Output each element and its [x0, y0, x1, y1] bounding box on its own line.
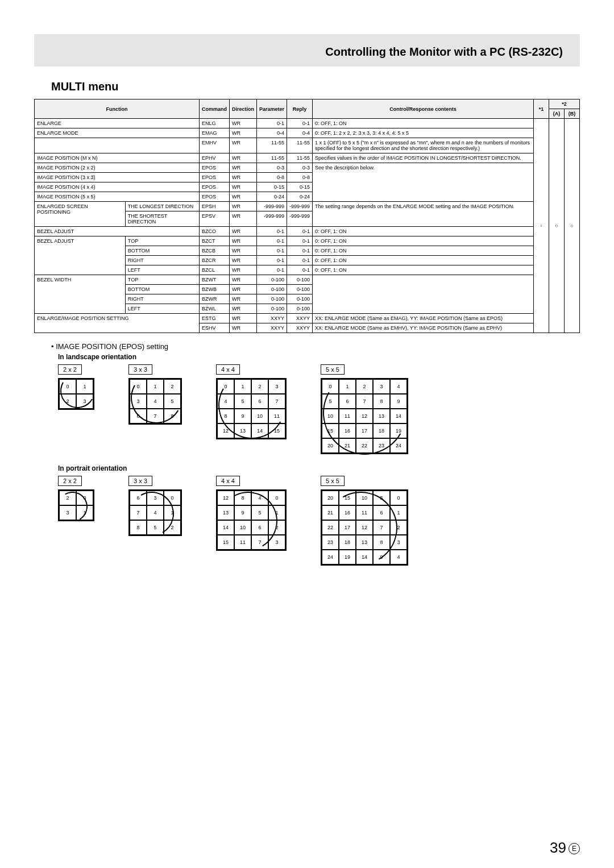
page: Controlling the Monitor with a PC (RS-23… — [0, 0, 614, 599]
multi-menu-table: Function Command Direction Parameter Rep… — [34, 99, 580, 333]
th-reply: Reply — [287, 99, 312, 119]
grid-label: 3 x 3 — [128, 476, 152, 486]
th-b: (B) — [565, 109, 580, 119]
th-parameter: Parameter — [256, 99, 287, 119]
table-row: EMHVWR11-5511-551 x 1 (OFF) to 5 x 5 ("m… — [35, 138, 580, 153]
grid-cell: 4 — [390, 550, 407, 564]
th-command: Command — [199, 99, 229, 119]
page-header: Controlling the Monitor with a PC (RS-23… — [34, 34, 580, 67]
grid-label: 5 x 5 — [321, 364, 345, 375]
table-row: BEZEL ADJUSTBZCOWR0-10-10: OFF, 1: ON — [35, 227, 580, 236]
grid-g4: 4 x 40123456789101112131415 — [216, 364, 287, 439]
th-a: (A) — [549, 109, 565, 119]
landscape-grids: 2 x 201233 x 30123456784 x 4012345678910… — [58, 364, 580, 454]
th-star1: *1 — [534, 99, 549, 119]
th-contents: Control/Response contents — [313, 99, 534, 119]
portrait-heading: In portrait orientation — [58, 464, 580, 472]
grid-g5: 5 x 520151050211611612217127223181383241… — [321, 476, 408, 566]
grid-label: 2 x 2 — [58, 476, 82, 486]
grid-g2: 2 x 20123 — [58, 364, 94, 410]
grid-label: 5 x 5 — [321, 476, 345, 486]
grid-label: 4 x 4 — [216, 476, 240, 486]
table-row: ENLARGE/IMAGE POSITION SETTINGESTGWRXXYY… — [35, 314, 580, 323]
table-row: ENLARGED SCREEN POSITIONINGTHE LONGEST D… — [35, 202, 580, 211]
grid-g2: 2 x 22031 — [58, 476, 94, 521]
table-row: ENLARGE MODEEMAGWR0-40-40: OFF, 1: 2 x 2… — [35, 128, 580, 138]
portrait-grids: 2 x 220313 x 36307418524 x 4128401395114… — [58, 476, 580, 566]
grid-label: 4 x 4 — [216, 364, 240, 375]
section-title: MULTI menu — [51, 80, 580, 93]
grid-g3: 3 x 3630741852 — [128, 476, 182, 536]
table-row: BEZEL ADJUSTTOPBZCTWR0-10-10: OFF, 1: ON — [35, 236, 580, 246]
table-row: ENLARGEENLGWR0-10-10: OFF, 1: ON-○○ — [35, 119, 580, 128]
th-star2: *2 — [549, 99, 580, 109]
table-row: BEZEL WIDTHTOPBZWTWR0-1000-100 — [35, 275, 580, 285]
grid-g5: 5 x 501234567891011121314151617181920212… — [321, 364, 408, 454]
th-direction: Direction — [229, 99, 256, 119]
grid-g4: 4 x 41284013951141062151173 — [216, 476, 287, 551]
grid-cell: 0 — [390, 491, 407, 505]
grid-g3: 3 x 3012345678 — [128, 364, 182, 425]
table-row: IMAGE POSITION (M x N)EPHVWR11-5511-55Sp… — [35, 153, 580, 163]
landscape-heading: In landscape orientation — [58, 353, 580, 361]
th-function: Function — [35, 99, 200, 119]
table-row: IMAGE POSITION (2 x 2)EPOSWR0-30-3See th… — [35, 163, 580, 173]
epos-setting-heading: • IMAGE POSITION (EPOS) setting — [51, 342, 580, 351]
